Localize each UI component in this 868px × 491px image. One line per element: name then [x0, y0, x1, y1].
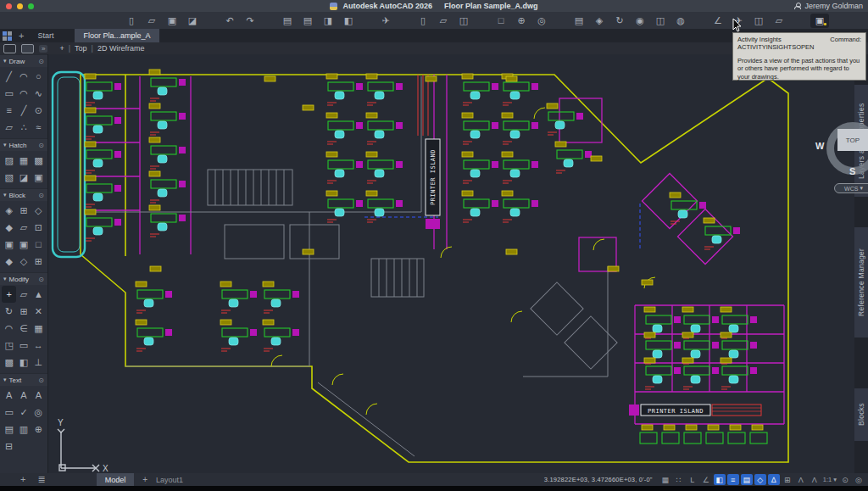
rotate-tool-icon[interactable]: ↻	[2, 303, 16, 320]
import-text-tool-icon[interactable]: ▥	[16, 421, 31, 438]
group-icon[interactable]: ◍	[675, 14, 687, 27]
ortho-mode-toggle[interactable]: L	[687, 474, 698, 485]
revision-cloud-tool-icon[interactable]: ≈	[31, 119, 46, 136]
paste-icon[interactable]: ▯	[417, 14, 429, 27]
attribute-tool-icon[interactable]: ⊡	[31, 219, 46, 236]
isometric-drafting-toggle[interactable]: ⊞	[782, 474, 793, 485]
solid-fill-tool-icon[interactable]: ▣	[31, 169, 46, 186]
drawing-canvas[interactable]: PRINTER ISLAND PRINTER ISLAND Y X	[48, 54, 854, 473]
copy-icon[interactable]: ▱	[437, 14, 449, 27]
block-tools-icon[interactable]: ◈	[593, 14, 605, 27]
view-control[interactable]: Top	[75, 44, 87, 53]
lineweight-display-toggle[interactable]: ▤	[741, 474, 753, 485]
mirror-tool-icon[interactable]: ▲	[31, 286, 46, 303]
multiline-tool-icon[interactable]: ≡	[2, 102, 16, 119]
export-pdf-icon[interactable]: ◧	[342, 14, 354, 27]
pan-icon[interactable]: ⊕	[515, 14, 527, 27]
gradient-tool-icon[interactable]: ◪	[16, 169, 31, 186]
match-properties-icon[interactable]: ◫	[458, 14, 470, 27]
base-point-tool-icon[interactable]: □	[31, 236, 46, 253]
polyline-tool-icon[interactable]: ◠	[16, 68, 31, 85]
copy-layout-icon[interactable]: ▱	[773, 14, 785, 27]
measure-icon[interactable]: ∠	[712, 14, 724, 27]
dynamic-ucs-toggle[interactable]: ◧	[714, 474, 726, 485]
ellipse-tool-icon[interactable]: ⊙	[31, 102, 46, 119]
layer-icon[interactable]: ▤	[573, 14, 585, 27]
plot-icon[interactable]: ▤	[281, 14, 293, 27]
array-tool-icon[interactable]: ⊞	[16, 303, 31, 320]
export-icon[interactable]: ◨	[322, 14, 334, 27]
viewport-control[interactable]: +	[59, 44, 64, 53]
new-file-icon[interactable]: ▯	[125, 14, 137, 27]
gear-icon[interactable]: ⊙	[38, 142, 44, 149]
polar-tracking-toggle[interactable]: ∠	[700, 474, 712, 485]
attach-icon[interactable]: ◫	[654, 14, 666, 27]
view-icon[interactable]: ◫	[753, 14, 765, 27]
point-tool-icon[interactable]: ∴	[16, 119, 31, 136]
palette-list-button[interactable]: ≣	[37, 474, 45, 485]
tab-model[interactable]: Model	[97, 473, 135, 486]
copy-tool-icon[interactable]: ▱	[16, 286, 31, 303]
fillet-tool-icon[interactable]: ◠	[2, 320, 16, 337]
workspace-switch-toggle[interactable]: ⊙	[839, 474, 851, 485]
new-layout-button[interactable]: +	[142, 475, 147, 484]
print-icon[interactable]: ▤	[302, 14, 314, 27]
rectangle-tool-icon[interactable]: ▭	[2, 85, 16, 102]
trim-tool-icon[interactable]: ✕	[31, 303, 46, 320]
save-as-icon[interactable]: ◪	[186, 14, 198, 27]
undo-icon[interactable]: ↶	[224, 14, 236, 27]
gradient-modify-tool-icon[interactable]: ◧	[16, 354, 31, 371]
palette-section-modify[interactable]: ▾Modify⊙	[0, 272, 47, 285]
overflow-icon[interactable]: »	[39, 45, 47, 53]
hatch-boundary-tool-icon[interactable]: ▩	[31, 152, 46, 169]
activity-insights-button[interactable]: ▣	[810, 14, 829, 28]
create-block-tool-icon[interactable]: ⊞	[16, 202, 31, 219]
text-style-tool-icon[interactable]: ▭	[2, 404, 16, 421]
view-cube-toggle-icon[interactable]	[21, 44, 34, 53]
sync-attribute-tool-icon[interactable]: ◆	[2, 253, 16, 270]
region-tool-icon[interactable]: ▱	[2, 119, 16, 136]
explode-attribute-tool-icon[interactable]: ◇	[16, 253, 31, 270]
customization-toggle[interactable]: ◎	[853, 474, 865, 485]
grid-display-toggle[interactable]: ▦	[659, 474, 671, 485]
find-replace-tool-icon[interactable]: ◎	[31, 404, 46, 421]
spell-check-tool-icon[interactable]: ✓	[16, 404, 31, 421]
scale-tool-icon[interactable]: ↔	[31, 337, 46, 354]
palette-grid-icon[interactable]	[3, 31, 12, 41]
write-block-tool-icon[interactable]: ◇	[31, 202, 46, 219]
move-tool-icon[interactable]: +	[2, 286, 16, 303]
view-cube-top-face[interactable]: TOP	[837, 129, 868, 151]
annotation-visibility-toggle[interactable]: Λ	[795, 474, 807, 485]
zoom-window-button[interactable]	[28, 3, 34, 9]
line-tool-icon[interactable]: ╱	[2, 68, 16, 85]
ray-tool-icon[interactable]: ╱	[16, 102, 31, 119]
attach-ref-tool-icon[interactable]: ▱	[16, 219, 31, 236]
columns-tool-icon[interactable]: ▤	[2, 421, 16, 438]
compass-west[interactable]: W	[815, 141, 824, 151]
snap-tracking-toggle[interactable]: ∆	[768, 474, 780, 485]
close-window-button[interactable]	[6, 3, 12, 9]
hatch-modify-tool-icon[interactable]: ▩	[2, 354, 16, 371]
view-cube[interactable]: W E S TOP WCS▾	[815, 122, 868, 198]
gear-icon[interactable]: ⊙	[38, 276, 44, 283]
stretch-tool-icon[interactable]: ▭	[16, 337, 31, 354]
zoom-window-icon[interactable]: □	[495, 14, 507, 27]
gear-icon[interactable]: ⊙	[38, 192, 44, 199]
compass-south[interactable]: S	[849, 166, 855, 176]
open-file-icon[interactable]: ▱	[146, 14, 158, 27]
object-snap-toggle[interactable]: ◇	[754, 474, 766, 485]
gear-icon[interactable]: ⊙	[38, 58, 44, 65]
user-account[interactable]: Jeremy Goldman	[794, 0, 863, 12]
palette-section-block[interactable]: ▾Block⊙	[0, 188, 47, 201]
erase-tool-icon[interactable]: ◳	[2, 337, 16, 354]
auto-scale-toggle[interactable]: Λ	[809, 474, 821, 485]
refresh-icon[interactable]: ↻	[614, 14, 626, 27]
pdf-text-tool-icon[interactable]: ⊟	[2, 438, 16, 455]
new-drawing-tab-button[interactable]: +	[19, 31, 24, 41]
share-icon[interactable]: ✈	[380, 14, 392, 27]
hatch-tool-icon[interactable]: ▨	[2, 152, 16, 169]
boundary-tool-icon[interactable]: ▧	[2, 169, 16, 186]
palette-section-draw[interactable]: ▾Draw⊙	[0, 54, 47, 67]
dynamic-input-toggle[interactable]: ≡	[727, 474, 739, 485]
tab-floor-plan[interactable]: Floor Pla...ample_A	[75, 29, 159, 42]
